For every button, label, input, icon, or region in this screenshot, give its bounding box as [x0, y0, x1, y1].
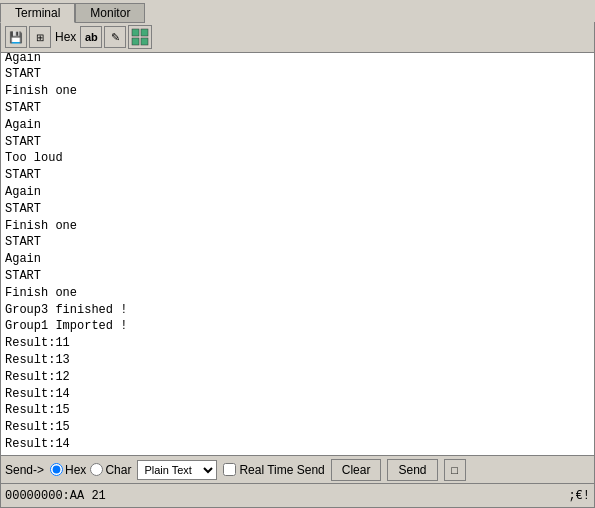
- hex-radio-label[interactable]: Hex: [50, 463, 86, 477]
- ab-button[interactable]: ab: [80, 26, 102, 48]
- char-radio[interactable]: [90, 463, 103, 476]
- char-radio-label[interactable]: Char: [90, 463, 131, 477]
- ab-icon: ab: [85, 31, 98, 43]
- terminal-line: Result:15: [5, 419, 590, 436]
- status-left: 00000000:AA 21: [5, 489, 106, 503]
- terminal-line: Finish one: [5, 285, 590, 302]
- terminal-output: No voiceSTARTAgainSTARTFinish oneSTARTAg…: [0, 53, 595, 456]
- terminal-line: Finish one: [5, 218, 590, 235]
- grid-button[interactable]: [128, 25, 152, 49]
- terminal-line: Finish one: [5, 83, 590, 100]
- terminal-line: START: [5, 134, 590, 151]
- format-dropdown[interactable]: Plain Text HEX String: [137, 460, 217, 480]
- terminal-line: START: [5, 201, 590, 218]
- char-radio-text: Char: [105, 463, 131, 477]
- tab-bar: Terminal Monitor: [0, 0, 595, 22]
- terminal-line: Result:14: [5, 386, 590, 403]
- terminal-line: Result:14: [5, 436, 590, 453]
- svg-rect-3: [141, 38, 148, 45]
- tab-terminal[interactable]: Terminal: [0, 3, 75, 23]
- terminal-line: Result:12: [5, 369, 590, 386]
- terminal-line: START: [5, 234, 590, 251]
- terminal-line: Again: [5, 184, 590, 201]
- terminal-line: START: [5, 100, 590, 117]
- realtime-label-text: Real Time Send: [239, 463, 324, 477]
- terminal-line: Again: [5, 53, 590, 66]
- tab-monitor-label: Monitor: [90, 6, 130, 20]
- hex-radio-text: Hex: [65, 463, 86, 477]
- terminal-line: Group3 finished !: [5, 302, 590, 319]
- terminal-line: Again: [5, 251, 590, 268]
- edit-icon: ✎: [111, 31, 120, 44]
- status-bar: 00000000:AA 21 ;€!: [0, 484, 595, 508]
- svg-rect-2: [132, 38, 139, 45]
- terminal-line: Too loud: [5, 150, 590, 167]
- terminal-line: START: [5, 66, 590, 83]
- save-button[interactable]: 💾: [5, 26, 27, 48]
- svg-rect-1: [141, 29, 148, 36]
- toolbar: 💾 ⊞ Hex ab ✎: [0, 22, 595, 53]
- terminal-line: START: [5, 268, 590, 285]
- terminal-line: Result:13: [5, 352, 590, 369]
- hex-label: Hex: [53, 30, 78, 44]
- send-label: Send->: [5, 463, 44, 477]
- tab-monitor[interactable]: Monitor: [75, 3, 145, 23]
- send-bar: Send-> Hex Char Plain Text HEX String Re…: [0, 456, 595, 484]
- hex-button[interactable]: ⊞: [29, 26, 51, 48]
- grid-icon: [131, 28, 149, 46]
- terminal-line: Result:11: [5, 335, 590, 352]
- send-button[interactable]: Send: [387, 459, 437, 481]
- main-window: Terminal Monitor 💾 ⊞ Hex ab ✎: [0, 0, 595, 508]
- status-right: ;€!: [568, 489, 590, 503]
- hex-radio[interactable]: [50, 463, 63, 476]
- terminal-line: Again: [5, 117, 590, 134]
- realtime-checkbox-label[interactable]: Real Time Send: [223, 463, 324, 477]
- extra-button[interactable]: □: [444, 459, 466, 481]
- terminal-line: START: [5, 167, 590, 184]
- clear-button[interactable]: Clear: [331, 459, 382, 481]
- radio-group: Hex Char: [50, 463, 131, 477]
- tab-terminal-label: Terminal: [15, 6, 60, 20]
- svg-rect-0: [132, 29, 139, 36]
- terminal-line: Result:15: [5, 402, 590, 419]
- terminal-line: Group1 Imported !: [5, 318, 590, 335]
- save-icon: 💾: [9, 31, 23, 44]
- edit-button[interactable]: ✎: [104, 26, 126, 48]
- hex-icon: ⊞: [36, 32, 44, 43]
- realtime-checkbox[interactable]: [223, 463, 236, 476]
